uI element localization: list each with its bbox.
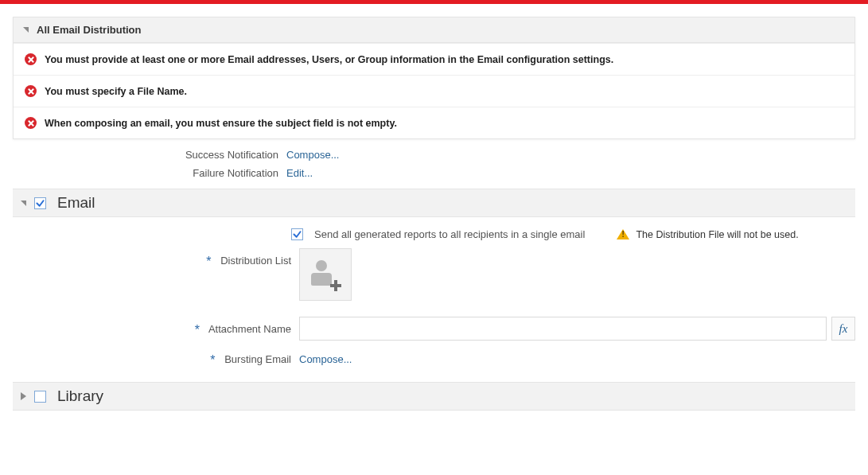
validation-error-row: You must specify a File Name. bbox=[14, 75, 854, 107]
error-icon bbox=[25, 85, 37, 97]
library-section-checkbox[interactable] bbox=[34, 391, 46, 403]
validation-panel: All Email Distribution You must provide … bbox=[13, 17, 855, 139]
warning-icon bbox=[617, 229, 629, 239]
failure-notification-label: Failure Notification bbox=[0, 167, 286, 179]
distribution-file-warning: The Distribution File will not be used. bbox=[617, 229, 798, 240]
email-section-title: Email bbox=[57, 194, 95, 212]
required-indicator: * bbox=[210, 353, 215, 367]
validation-error-text: You must specify a File Name. bbox=[45, 86, 187, 97]
collapse-icon bbox=[21, 201, 26, 206]
library-section-title: Library bbox=[57, 387, 103, 405]
error-icon bbox=[25, 117, 37, 129]
validation-error-row: You must provide at least one or more Em… bbox=[14, 43, 854, 75]
required-indicator: * bbox=[195, 323, 200, 337]
bursting-email-label: Bursting Email bbox=[224, 353, 291, 365]
app-accent-bar bbox=[0, 0, 868, 4]
validation-panel-header[interactable]: All Email Distribution bbox=[14, 18, 854, 43]
send-all-label: Send all generated reports to all recipi… bbox=[314, 228, 585, 240]
validation-error-row: When composing an email, you must ensure… bbox=[14, 107, 854, 138]
required-indicator: * bbox=[206, 255, 211, 268]
send-all-checkbox[interactable] bbox=[291, 228, 303, 240]
collapse-icon bbox=[23, 27, 29, 33]
distribution-list-label: Distribution List bbox=[220, 255, 291, 267]
attachment-name-label: Attachment Name bbox=[208, 323, 291, 335]
success-notification-label: Success Notification bbox=[0, 149, 286, 161]
attachment-fx-button[interactable]: fx bbox=[831, 317, 855, 341]
bursting-email-compose-link[interactable]: Compose... bbox=[299, 353, 352, 365]
email-section-header[interactable]: Email bbox=[13, 189, 855, 217]
library-section-header[interactable]: Library bbox=[13, 382, 855, 411]
warning-text: The Distribution File will not be used. bbox=[636, 229, 798, 240]
validation-error-text: When composing an email, you must ensure… bbox=[45, 118, 397, 129]
validation-panel-title: All Email Distribution bbox=[37, 24, 141, 36]
validation-error-text: You must provide at least one or more Em… bbox=[45, 54, 613, 65]
person-plus-icon bbox=[311, 260, 340, 289]
failure-notification-edit-link[interactable]: Edit... bbox=[286, 167, 313, 179]
expand-icon bbox=[21, 392, 26, 400]
success-notification-compose-link[interactable]: Compose... bbox=[286, 149, 339, 161]
attachment-name-input[interactable] bbox=[299, 317, 827, 341]
email-section-checkbox[interactable] bbox=[34, 197, 46, 209]
add-distribution-list-button[interactable] bbox=[299, 248, 352, 301]
error-icon bbox=[25, 53, 37, 65]
email-section-body: Send all generated reports to all recipi… bbox=[13, 228, 855, 369]
